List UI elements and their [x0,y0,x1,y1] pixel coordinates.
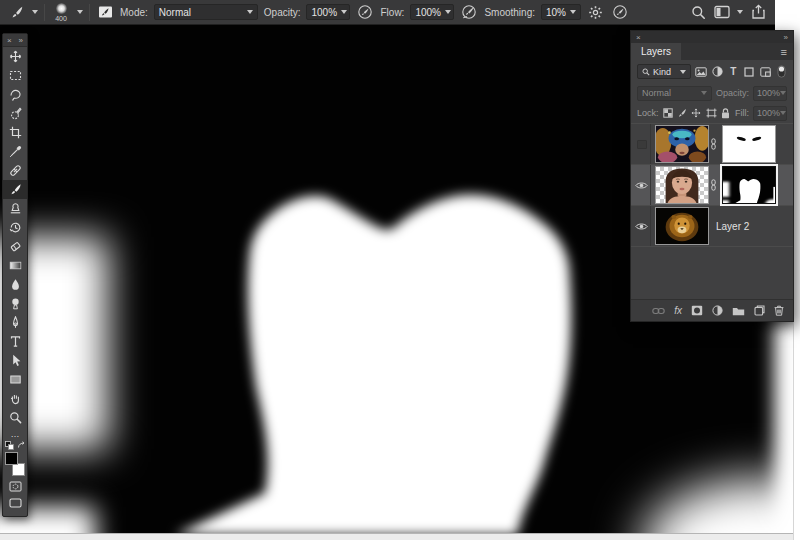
filter-type-layers-icon[interactable]: T [727,65,739,79]
workspace-switcher-icon[interactable] [713,2,731,22]
layer-thumbnail-masked-face[interactable] [655,125,709,163]
visibility-toggle[interactable] [633,124,651,164]
brush-picker-chevron-icon[interactable] [77,10,83,14]
layer-mask-thumbnail-eyes[interactable] [722,125,776,163]
tool-preset-brush-icon[interactable] [8,2,26,22]
search-icon[interactable] [689,2,707,22]
airbrush-opacity-pressure-icon[interactable] [356,2,374,22]
eyedropper-tool[interactable] [3,142,27,161]
divider [44,4,45,21]
layer-mask-thumbnail-active[interactable] [722,166,776,204]
fill-label: Fill: [735,108,749,118]
clone-stamp-tool[interactable] [3,199,27,218]
share-icon[interactable] [749,2,767,22]
add-layer-mask-button[interactable] [691,305,703,316]
lock-label: Lock: [637,108,659,118]
layer-row-1[interactable] [631,124,793,165]
pen-tool[interactable] [3,313,27,332]
shape-tool[interactable] [3,370,27,389]
opacity-chevron-icon [341,10,347,14]
quick-mask-mode-button[interactable] [3,478,27,495]
photoshop-window: 400 Mode: Normal Opacity: 100% Flow: 100… [0,0,800,540]
history-brush-tool[interactable] [3,218,27,237]
path-selection-tool[interactable] [3,351,27,370]
adjustment-layer-button[interactable] [712,305,723,316]
smoothing-label: Smoothing: [484,7,535,18]
workspace-chevron-icon[interactable] [737,10,743,14]
visibility-toggle[interactable] [633,165,651,205]
airbrush-flow-toggle-icon[interactable] [460,2,478,22]
tool-preset-chevron-icon[interactable] [32,10,38,14]
brush-settings-panel-icon[interactable] [96,2,114,22]
layers-panel: × » Layers ≡ Kind T [630,30,794,322]
lock-all-icon[interactable] [721,106,731,120]
layer-row-2-selected[interactable] [631,165,793,206]
zoom-tool[interactable] [3,408,27,427]
filter-kind-chevron-icon [680,70,686,74]
new-layer-button[interactable] [754,305,765,316]
collapse-icon[interactable]: » [784,33,788,42]
woman-face-image [656,167,708,203]
new-group-button[interactable] [732,306,745,316]
quick-selection-tool[interactable] [3,104,27,123]
visibility-toggle[interactable] [633,206,651,246]
layer-thumbnail-woman[interactable] [655,166,709,204]
layer-effects-button[interactable]: fx [674,305,682,316]
mask-eyes-image [723,126,775,162]
pasteboard-strip [0,533,793,540]
blend-mode-row: Normal Opacity: 100% [631,83,793,103]
foreground-color-swatch[interactable] [5,452,18,465]
hand-tool[interactable] [3,389,27,408]
layer-opacity-dropdown[interactable]: 100% [753,86,787,101]
color-swatches[interactable] [4,452,26,476]
healing-brush-tool[interactable] [3,161,27,180]
layer-row-3[interactable]: Layer 2 [631,206,793,247]
lock-pixels-icon[interactable] [677,106,687,120]
delete-layer-button[interactable] [774,305,784,316]
gradient-tool[interactable] [3,256,27,275]
eraser-tool[interactable] [3,237,27,256]
lasso-tool[interactable] [3,85,27,104]
lock-artboard-icon[interactable] [706,106,717,120]
layer-thumbnail-lion[interactable] [655,207,709,245]
smoothing-dropdown[interactable]: 10% [541,4,581,20]
opacity-dropdown[interactable]: 100% [306,4,350,20]
collapse-icon[interactable]: » [19,36,23,45]
filter-shape-layers-icon[interactable] [743,65,755,79]
brush-tool-selected[interactable] [3,180,27,199]
panel-menu-icon[interactable]: ≡ [775,43,793,60]
opacity-value: 100% [311,7,337,18]
lock-position-icon[interactable] [691,106,701,120]
close-icon[interactable]: × [7,36,12,45]
smoothing-stroke-icon[interactable] [611,2,629,22]
marquee-tool[interactable] [3,66,27,85]
type-tool[interactable] [3,332,27,351]
layers-panel-titlebar: × » [631,31,793,43]
tab-layers[interactable]: Layers [631,43,681,60]
dodge-tool[interactable] [3,294,27,313]
filter-pixel-layers-icon[interactable] [695,65,707,79]
filter-smart-objects-icon[interactable] [759,65,771,79]
fill-dropdown[interactable]: 100% [753,106,787,121]
link-layers-icon[interactable] [652,307,665,315]
eye-icon [635,181,648,190]
filter-toggle-switch[interactable] [775,65,787,79]
mask-link-icon[interactable] [709,179,718,191]
mask-link-icon[interactable] [709,138,718,150]
smoothing-value: 10% [546,7,566,18]
mode-dropdown[interactable]: Normal [154,4,258,20]
crop-tool[interactable] [3,123,27,142]
move-tool[interactable] [3,47,27,66]
blend-mode-dropdown[interactable]: Normal [637,86,712,101]
screen-mode-button[interactable] [3,495,27,511]
brush-preview[interactable]: 400 [51,3,71,22]
close-icon[interactable]: × [636,33,641,42]
tools-panel: × » [2,33,28,517]
mode-label: Mode: [120,7,148,18]
blur-tool[interactable] [3,275,27,294]
flow-dropdown[interactable]: 100% [410,4,454,20]
gear-icon[interactable] [587,2,605,22]
lock-transparency-icon[interactable] [663,106,673,120]
filter-adjustment-layers-icon[interactable] [711,65,723,79]
filter-kind-dropdown[interactable]: Kind [637,64,691,79]
